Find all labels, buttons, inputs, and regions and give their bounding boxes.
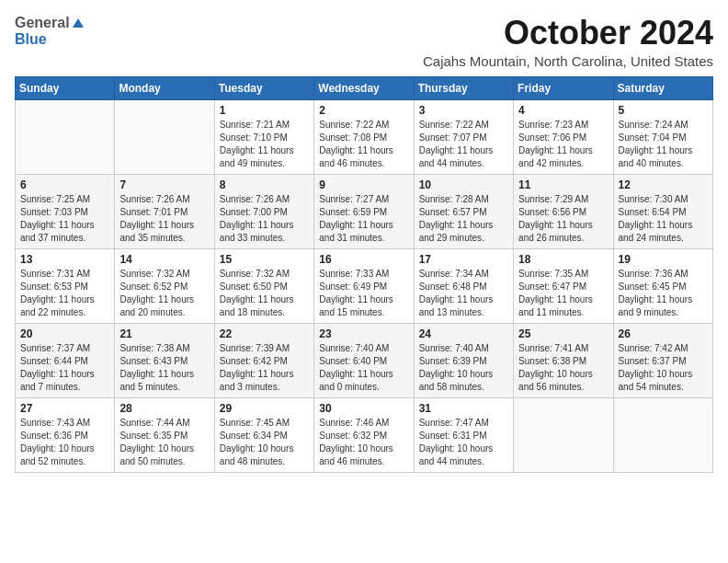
logo-triangle-icon (73, 18, 84, 28)
calendar-cell: 17Sunrise: 7:34 AMSunset: 6:48 PMDayligh… (414, 248, 513, 323)
day-number: 9 (319, 178, 408, 191)
day-info: Sunrise: 7:25 AMSunset: 7:03 PMDaylight:… (20, 193, 109, 245)
day-number: 19 (619, 253, 708, 266)
day-info: Sunrise: 7:22 AMSunset: 7:08 PMDaylight:… (319, 119, 408, 170)
weekday-header-monday: Monday (115, 76, 214, 99)
day-number: 3 (419, 104, 508, 117)
calendar-cell (514, 397, 613, 472)
day-number: 24 (419, 327, 508, 340)
day-number: 31 (419, 402, 508, 415)
day-number: 28 (119, 402, 209, 415)
day-info: Sunrise: 7:31 AMSunset: 6:53 PMDaylight:… (20, 268, 109, 319)
day-info: Sunrise: 7:43 AMSunset: 6:36 PMDaylight:… (20, 417, 109, 468)
day-info: Sunrise: 7:37 AMSunset: 6:44 PMDaylight:… (20, 342, 109, 394)
weekday-header-saturday: Saturday (613, 76, 712, 99)
calendar-cell: 21Sunrise: 7:38 AMSunset: 6:43 PMDayligh… (115, 323, 214, 397)
calendar-cell: 9Sunrise: 7:27 AMSunset: 6:59 PMDaylight… (314, 174, 414, 248)
day-number: 21 (119, 327, 209, 340)
calendar-cell: 19Sunrise: 7:36 AMSunset: 6:45 PMDayligh… (613, 248, 712, 323)
calendar-cell: 30Sunrise: 7:46 AMSunset: 6:32 PMDayligh… (314, 397, 414, 472)
day-number: 12 (619, 178, 708, 191)
page-header: General Blue October 2024 Cajahs Mountai… (15, 15, 713, 69)
day-number: 15 (220, 253, 309, 266)
day-info: Sunrise: 7:39 AMSunset: 6:42 PMDaylight:… (220, 342, 309, 394)
title-section: October 2024 Cajahs Mountain, North Caro… (423, 15, 713, 69)
calendar-cell: 23Sunrise: 7:40 AMSunset: 6:40 PMDayligh… (314, 323, 414, 397)
day-number: 13 (20, 253, 109, 266)
calendar-cell: 8Sunrise: 7:26 AMSunset: 7:00 PMDaylight… (214, 174, 313, 248)
logo: General Blue (15, 15, 85, 48)
weekday-header-friday: Friday (514, 76, 613, 99)
calendar-cell: 29Sunrise: 7:45 AMSunset: 6:34 PMDayligh… (214, 397, 313, 472)
calendar-cell: 25Sunrise: 7:41 AMSunset: 6:38 PMDayligh… (514, 323, 613, 397)
logo-blue-text: Blue (15, 31, 47, 48)
day-info: Sunrise: 7:26 AMSunset: 7:00 PMDaylight:… (220, 193, 309, 245)
calendar-cell: 11Sunrise: 7:29 AMSunset: 6:56 PMDayligh… (514, 174, 613, 248)
calendar-cell: 1Sunrise: 7:21 AMSunset: 7:10 PMDaylight… (214, 99, 313, 174)
calendar-cell: 7Sunrise: 7:26 AMSunset: 7:01 PMDaylight… (115, 174, 214, 248)
day-number: 26 (619, 327, 708, 340)
calendar-cell: 28Sunrise: 7:44 AMSunset: 6:35 PMDayligh… (115, 397, 214, 472)
day-info: Sunrise: 7:45 AMSunset: 6:34 PMDaylight:… (220, 417, 309, 468)
calendar-cell: 24Sunrise: 7:40 AMSunset: 6:39 PMDayligh… (414, 323, 513, 397)
calendar-week-row: 27Sunrise: 7:43 AMSunset: 6:36 PMDayligh… (16, 397, 713, 472)
day-number: 6 (20, 178, 109, 191)
day-info: Sunrise: 7:29 AMSunset: 6:56 PMDaylight:… (518, 193, 608, 245)
day-info: Sunrise: 7:47 AMSunset: 6:31 PMDaylight:… (419, 417, 508, 468)
day-number: 23 (319, 327, 408, 340)
day-info: Sunrise: 7:23 AMSunset: 7:06 PMDaylight:… (518, 119, 608, 170)
day-number: 2 (319, 104, 408, 117)
day-number: 18 (518, 253, 608, 266)
calendar-cell: 2Sunrise: 7:22 AMSunset: 7:08 PMDaylight… (314, 99, 414, 174)
calendar-cell: 14Sunrise: 7:32 AMSunset: 6:52 PMDayligh… (115, 248, 214, 323)
logo-general-text: General (15, 15, 70, 31)
calendar-cell: 5Sunrise: 7:24 AMSunset: 7:04 PMDaylight… (613, 99, 712, 174)
calendar-table: SundayMondayTuesdayWednesdayThursdayFrid… (15, 76, 713, 473)
day-number: 10 (419, 178, 508, 191)
day-info: Sunrise: 7:34 AMSunset: 6:48 PMDaylight:… (419, 268, 508, 319)
day-info: Sunrise: 7:42 AMSunset: 6:37 PMDaylight:… (619, 342, 708, 394)
location-title: Cajahs Mountain, North Carolina, United … (423, 53, 713, 69)
calendar-cell: 26Sunrise: 7:42 AMSunset: 6:37 PMDayligh… (613, 323, 712, 397)
calendar-cell: 13Sunrise: 7:31 AMSunset: 6:53 PMDayligh… (16, 248, 115, 323)
day-number: 25 (518, 327, 608, 340)
day-info: Sunrise: 7:33 AMSunset: 6:49 PMDaylight:… (319, 268, 408, 319)
calendar-week-row: 20Sunrise: 7:37 AMSunset: 6:44 PMDayligh… (16, 323, 713, 397)
day-info: Sunrise: 7:28 AMSunset: 6:57 PMDaylight:… (419, 193, 508, 245)
day-info: Sunrise: 7:21 AMSunset: 7:10 PMDaylight:… (220, 119, 309, 170)
calendar-cell: 16Sunrise: 7:33 AMSunset: 6:49 PMDayligh… (314, 248, 414, 323)
calendar-cell (115, 99, 214, 174)
day-number: 16 (319, 253, 408, 266)
day-number: 27 (20, 402, 109, 415)
day-info: Sunrise: 7:32 AMSunset: 6:50 PMDaylight:… (220, 268, 309, 319)
day-number: 22 (220, 327, 309, 340)
day-number: 8 (220, 178, 309, 191)
day-number: 4 (518, 104, 608, 117)
calendar-cell: 22Sunrise: 7:39 AMSunset: 6:42 PMDayligh… (214, 323, 313, 397)
day-info: Sunrise: 7:41 AMSunset: 6:38 PMDaylight:… (518, 342, 608, 394)
day-info: Sunrise: 7:46 AMSunset: 6:32 PMDaylight:… (319, 417, 408, 468)
weekday-header-thursday: Thursday (414, 76, 513, 99)
day-info: Sunrise: 7:30 AMSunset: 6:54 PMDaylight:… (619, 193, 708, 245)
calendar-cell: 15Sunrise: 7:32 AMSunset: 6:50 PMDayligh… (214, 248, 313, 323)
calendar-cell: 4Sunrise: 7:23 AMSunset: 7:06 PMDaylight… (514, 99, 613, 174)
day-number: 7 (119, 178, 209, 191)
day-info: Sunrise: 7:27 AMSunset: 6:59 PMDaylight:… (319, 193, 408, 245)
weekday-header-row: SundayMondayTuesdayWednesdayThursdayFrid… (16, 76, 713, 99)
day-number: 17 (419, 253, 508, 266)
calendar-week-row: 1Sunrise: 7:21 AMSunset: 7:10 PMDaylight… (16, 99, 713, 174)
calendar-cell: 3Sunrise: 7:22 AMSunset: 7:07 PMDaylight… (414, 99, 513, 174)
day-info: Sunrise: 7:24 AMSunset: 7:04 PMDaylight:… (619, 119, 708, 170)
calendar-cell: 20Sunrise: 7:37 AMSunset: 6:44 PMDayligh… (16, 323, 115, 397)
weekday-header-sunday: Sunday (16, 76, 115, 99)
day-info: Sunrise: 7:40 AMSunset: 6:39 PMDaylight:… (419, 342, 508, 394)
calendar-cell: 18Sunrise: 7:35 AMSunset: 6:47 PMDayligh… (514, 248, 613, 323)
day-number: 30 (319, 402, 408, 415)
day-number: 14 (119, 253, 209, 266)
day-number: 5 (619, 104, 708, 117)
day-info: Sunrise: 7:26 AMSunset: 7:01 PMDaylight:… (119, 193, 209, 245)
calendar-cell: 12Sunrise: 7:30 AMSunset: 6:54 PMDayligh… (613, 174, 712, 248)
calendar-cell (16, 99, 115, 174)
calendar-cell: 31Sunrise: 7:47 AMSunset: 6:31 PMDayligh… (414, 397, 513, 472)
day-number: 11 (518, 178, 608, 191)
